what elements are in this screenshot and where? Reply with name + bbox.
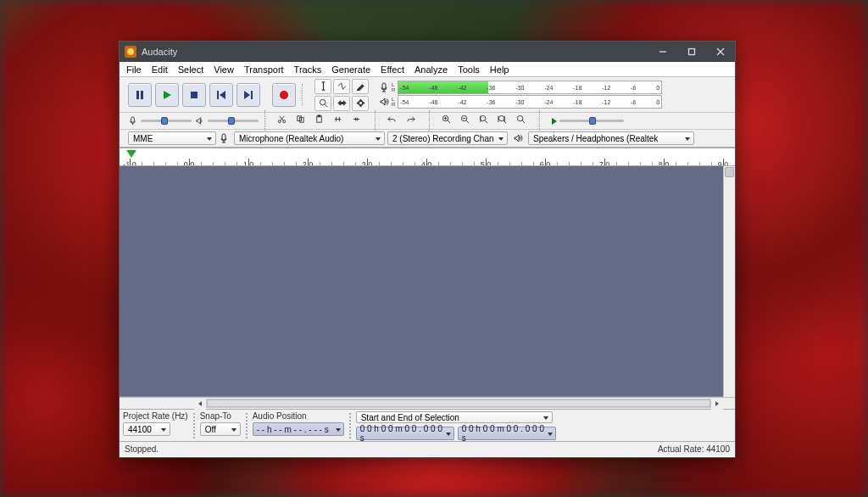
zoom-in-button[interactable] xyxy=(442,114,459,128)
zoom-out-button[interactable] xyxy=(460,114,477,128)
close-button[interactable] xyxy=(706,42,735,62)
svg-rect-4 xyxy=(136,91,139,99)
silence-button[interactable] xyxy=(352,114,369,128)
snap-to-select[interactable]: Off xyxy=(200,422,241,436)
device-toolbar: MME Microphone (Realtek Audio) 2 (Stereo… xyxy=(120,130,735,147)
selection-end-readout[interactable]: 0 0 h 0 0 m 0 0 . 0 0 0 s xyxy=(458,427,556,440)
play-channels-icon: LR xyxy=(392,97,395,107)
redo-icon xyxy=(406,114,415,124)
audio-host-select[interactable]: MME xyxy=(128,131,216,145)
stop-button[interactable] xyxy=(182,83,206,107)
tools-toolbar xyxy=(314,79,372,111)
maximize-button[interactable] xyxy=(677,42,706,62)
svg-point-13 xyxy=(320,99,325,104)
menu-edit[interactable]: Edit xyxy=(147,64,173,75)
svg-marker-27 xyxy=(715,401,719,406)
multi-tool[interactable] xyxy=(352,96,369,111)
status-bar: Stopped. Actual Rate: 44100 xyxy=(120,441,735,456)
scroll-right-button[interactable] xyxy=(711,398,723,410)
selection-mode-select[interactable]: Start and End of Selection xyxy=(356,411,553,423)
menu-file[interactable]: File xyxy=(121,64,147,75)
skip-start-button[interactable] xyxy=(209,83,233,107)
rec-channels-icon: LR xyxy=(392,82,395,92)
undo-button[interactable] xyxy=(387,114,404,128)
app-icon xyxy=(125,46,136,58)
minimize-button[interactable] xyxy=(648,42,677,62)
cut-button[interactable] xyxy=(277,114,294,128)
copy-button[interactable] xyxy=(296,114,313,128)
multitool-icon xyxy=(356,98,365,108)
project-rate-select[interactable]: 44100 xyxy=(123,422,170,436)
redo-button[interactable] xyxy=(406,114,423,128)
menu-generate[interactable]: Generate xyxy=(326,64,376,75)
titlebar[interactable]: Audacity xyxy=(120,42,735,62)
draw-tool[interactable] xyxy=(352,79,369,94)
fit-selection-button[interactable] xyxy=(479,114,496,128)
menu-select[interactable]: Select xyxy=(173,64,209,75)
recording-device-select[interactable]: Microphone (Realtek Audio) xyxy=(234,131,385,145)
vertical-scrollbar[interactable] xyxy=(723,166,735,397)
envelope-icon xyxy=(337,81,347,91)
vertical-scroll-thumb[interactable] xyxy=(725,167,734,177)
project-rate-value: 44100 xyxy=(128,425,152,434)
record-button[interactable] xyxy=(272,83,296,107)
silence-icon xyxy=(352,114,361,124)
zoom-toggle-button[interactable] xyxy=(516,114,533,128)
menu-effect[interactable]: Effect xyxy=(376,64,409,75)
menu-view[interactable]: View xyxy=(209,64,239,75)
zoom-icon xyxy=(319,98,328,108)
menu-analyze[interactable]: Analyze xyxy=(409,64,453,75)
playback-device-select[interactable]: Speakers / Headphones (Realtek xyxy=(528,131,694,145)
toolbar-area: LR -54-48-42-36-30-24-18-12-60 LR -54-48… xyxy=(120,77,735,148)
menu-tools[interactable]: Tools xyxy=(453,64,485,75)
skip-end-icon xyxy=(242,89,254,101)
play-button[interactable] xyxy=(155,83,179,107)
recording-meter[interactable]: -54-48-42-36-30-24-18-12-60 xyxy=(398,81,662,94)
svg-point-25 xyxy=(517,115,522,120)
pause-button[interactable] xyxy=(128,83,152,107)
zoom-tool[interactable] xyxy=(314,96,331,111)
menu-help[interactable]: Help xyxy=(485,64,515,75)
status-right: Actual Rate: 44100 xyxy=(658,444,730,454)
timeshift-tool[interactable] xyxy=(333,96,350,111)
zoom-out-icon xyxy=(460,114,470,124)
svg-point-24 xyxy=(498,115,504,120)
mic-icon xyxy=(128,116,137,126)
playback-meter[interactable]: -54-48-42-36-30-24-18-12-60 xyxy=(398,95,662,109)
skip-end-button[interactable] xyxy=(236,83,260,107)
scroll-left-button[interactable] xyxy=(194,398,206,410)
track-canvas[interactable] xyxy=(120,166,723,397)
svg-rect-5 xyxy=(141,91,143,99)
playback-volume-slider[interactable] xyxy=(195,116,259,126)
envelope-tool[interactable] xyxy=(333,79,350,94)
menu-transport[interactable]: Transport xyxy=(239,64,289,75)
horizontal-scrollbar[interactable] xyxy=(120,397,735,409)
ibeam-icon xyxy=(319,81,328,91)
paste-button[interactable] xyxy=(314,114,331,128)
copy-icon xyxy=(296,114,305,124)
transport-toolbar: LR -54-48-42-36-30-24-18-12-60 LR -54-48… xyxy=(120,77,735,113)
window-title: Audacity xyxy=(142,47,177,57)
mixer-edit-toolbar xyxy=(120,113,735,130)
menu-tracks[interactable]: Tracks xyxy=(289,64,327,75)
recording-device-value: Microphone (Realtek Audio) xyxy=(239,134,343,143)
play-at-speed[interactable] xyxy=(552,118,624,125)
recording-volume-slider[interactable] xyxy=(128,116,192,126)
svg-rect-7 xyxy=(191,92,198,98)
trim-button[interactable] xyxy=(333,114,350,128)
recording-channels-select[interactable]: 2 (Stereo) Recording Chan xyxy=(387,131,508,145)
fit-project-button[interactable] xyxy=(498,114,515,128)
meter-toolbar: LR -54-48-42-36-30-24-18-12-60 LR -54-48… xyxy=(379,81,662,109)
audacity-window: Audacity File Edit Select View Transport… xyxy=(119,41,736,458)
horizontal-scroll-thumb[interactable] xyxy=(207,399,710,407)
fit-proj-icon xyxy=(498,114,507,124)
audio-host-value: MME xyxy=(133,134,153,143)
mic-icon xyxy=(219,133,229,143)
trim-icon xyxy=(333,114,342,124)
audio-position-readout[interactable]: - - h - - m - - . - - - s xyxy=(253,422,344,436)
selection-tool[interactable] xyxy=(314,79,331,94)
timeline-ruler[interactable]: -1.00.01.02.03.04.05.06.07.08.09.0 xyxy=(120,148,735,166)
undo-icon xyxy=(387,114,397,124)
selection-start-readout[interactable]: 0 0 h 0 0 m 0 0 . 0 0 0 s xyxy=(356,427,454,440)
edit-toolbar xyxy=(277,114,369,128)
